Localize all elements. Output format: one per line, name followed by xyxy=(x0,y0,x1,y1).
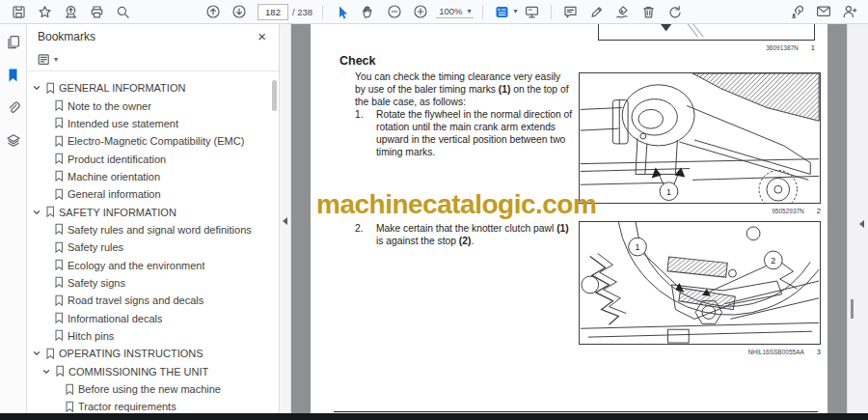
chevron-down-icon[interactable] xyxy=(32,83,44,93)
bookmark-icon xyxy=(54,365,68,378)
bookmark-icon xyxy=(44,82,59,95)
bookmark-item[interactable]: Informational decals xyxy=(27,309,271,326)
figure-2-caption: 95052937N 2 xyxy=(579,207,821,215)
page-display-button[interactable] xyxy=(491,2,513,21)
sidebar-item-layers[interactable] xyxy=(3,131,24,151)
bookmark-item[interactable]: Machine orientation xyxy=(27,168,271,185)
bookmark-label: Safety signs xyxy=(68,277,125,289)
zoom-level-dropdown[interactable]: 100% ▾ xyxy=(436,5,474,18)
person-plus-icon xyxy=(842,4,857,19)
toolbar-divider xyxy=(482,5,483,19)
page-total-label: / 238 xyxy=(292,7,312,17)
monitor-icon xyxy=(525,5,539,19)
close-panel-button[interactable]: × xyxy=(256,29,268,43)
comment-button[interactable] xyxy=(559,2,582,21)
bookmark-icon xyxy=(53,117,68,129)
bookmark-item[interactable]: Safety rules xyxy=(27,238,271,256)
bookmark-item[interactable]: Product identification xyxy=(27,150,271,167)
hand-tool-button[interactable] xyxy=(357,2,379,21)
sidebar-rail xyxy=(0,24,27,413)
bookmark-section[interactable]: COMMISSIONING THE UNIT xyxy=(27,363,271,380)
rotate-icon xyxy=(667,5,682,19)
figure-2-crank-arm-drawing: 1 xyxy=(580,73,820,203)
account-add-button[interactable] xyxy=(838,2,860,21)
bookmark-item[interactable]: Hitch pins xyxy=(27,327,271,345)
bookmark-item[interactable]: Ecology and the environment xyxy=(27,256,271,273)
sidebar-item-bookmarks[interactable] xyxy=(3,66,24,85)
bookmark-section[interactable]: GENERAL INFORMATION xyxy=(27,79,271,97)
star-button[interactable] xyxy=(34,2,56,21)
chevron-down-icon[interactable]: ▾ xyxy=(513,8,517,15)
bookmark-label: Ecology and the environment xyxy=(68,260,204,271)
bookmark-section[interactable]: SAFETY INFORMATION xyxy=(27,203,271,220)
zoom-in-button[interactable] xyxy=(409,2,431,21)
fill-and-sign-button[interactable] xyxy=(611,2,634,21)
bookmark-item[interactable]: General information xyxy=(27,185,271,203)
bookmark-item[interactable]: Safety rules and signal word definitions xyxy=(27,221,271,238)
envelope-icon xyxy=(816,4,831,19)
bookmark-item[interactable]: Tractor requirements xyxy=(27,398,271,413)
save-button[interactable] xyxy=(8,2,30,21)
trash-icon xyxy=(641,5,656,19)
document-area: 36091387N 1 Check You can check the timi… xyxy=(291,24,847,413)
bookmark-item[interactable]: Safety signs xyxy=(27,274,271,292)
bookmark-icon xyxy=(6,68,20,83)
step-1: 1. Rotate the flywheel in the normal dir… xyxy=(355,109,573,158)
step-number: 1. xyxy=(355,109,376,158)
sidebar-item-attachments[interactable] xyxy=(3,98,24,118)
panel-scrollbar-thumb[interactable] xyxy=(272,80,277,111)
bookmark-label: Safety rules and signal word definitions xyxy=(68,224,252,236)
chevron-down-icon[interactable] xyxy=(32,349,44,358)
bookmark-label: COMMISSIONING THE UNIT xyxy=(68,366,208,378)
star-icon xyxy=(38,5,52,19)
bookmark-icon xyxy=(53,241,68,254)
bookmarks-panel: Bookmarks × ▾ GENERAL INFORMATIONNote to… xyxy=(27,24,280,413)
bookmark-item[interactable]: Note to the owner xyxy=(27,97,271,114)
chevron-down-icon[interactable] xyxy=(32,208,44,217)
print-button[interactable] xyxy=(86,2,108,21)
bookmark-icon xyxy=(53,329,68,342)
bookmarks-options-button[interactable]: ▾ xyxy=(36,51,60,68)
chevron-down-icon: ▾ xyxy=(54,56,58,64)
next-page-button[interactable] xyxy=(228,2,250,21)
pages-icon xyxy=(6,35,21,50)
chevron-down-icon[interactable] xyxy=(41,367,54,377)
bookmark-item[interactable]: Electro-Magnetic Compatibility (EMC) xyxy=(27,132,271,150)
email-button[interactable] xyxy=(812,2,834,21)
select-tool-button[interactable] xyxy=(331,2,353,21)
bookmark-label: Machine orientation xyxy=(68,171,160,182)
bookmark-item[interactable]: Intended use statement xyxy=(27,115,271,132)
bookmark-icon xyxy=(53,135,68,148)
sidebar-item-page-thumbnails[interactable] xyxy=(3,33,24,52)
expand-right-panel-arrow[interactable] xyxy=(859,220,864,228)
bookmark-item[interactable]: Before using the new machine xyxy=(27,380,271,398)
figure-1-partial xyxy=(598,24,815,41)
highlight-button[interactable] xyxy=(585,2,608,21)
bookmark-item[interactable]: Road travel signs and decals xyxy=(27,292,271,309)
bookmark-label: Informational decals xyxy=(68,313,162,324)
rotate-button[interactable] xyxy=(664,2,686,21)
page-number-input[interactable] xyxy=(258,4,288,20)
delete-button[interactable] xyxy=(637,2,660,21)
step-text: Make certain that the knotter clutch paw… xyxy=(376,223,573,248)
bookmark-section[interactable]: OPERATING INSTRUCTIONS xyxy=(27,345,271,362)
search-button[interactable] xyxy=(112,2,134,21)
zoom-out-button[interactable] xyxy=(383,2,405,21)
step-text: Rotate the flywheel in the normal direct… xyxy=(376,109,573,158)
figure-number: 1 xyxy=(811,43,815,52)
callout-1: 1 xyxy=(666,187,671,197)
share-link-button[interactable] xyxy=(786,2,808,21)
presentation-mode-button[interactable] xyxy=(521,2,543,21)
arrow-up-circle-icon xyxy=(205,4,221,19)
bookmark-label: Product identification xyxy=(68,154,166,165)
bookmark-label: Electro-Magnetic Compatibility (EMC) xyxy=(68,135,244,147)
bookmark-icon xyxy=(53,223,68,236)
collapse-panel-arrow[interactable] xyxy=(283,217,287,225)
figure-code: NHIL16SSB0055AA xyxy=(748,349,804,355)
share-screen-button[interactable] xyxy=(60,2,82,21)
minus-circle-icon xyxy=(387,4,402,19)
figure-code: 36091387N xyxy=(766,44,799,51)
scrollbar-thumb[interactable] xyxy=(851,299,854,319)
toolbar-divider xyxy=(322,5,323,19)
previous-page-button[interactable] xyxy=(202,2,224,21)
